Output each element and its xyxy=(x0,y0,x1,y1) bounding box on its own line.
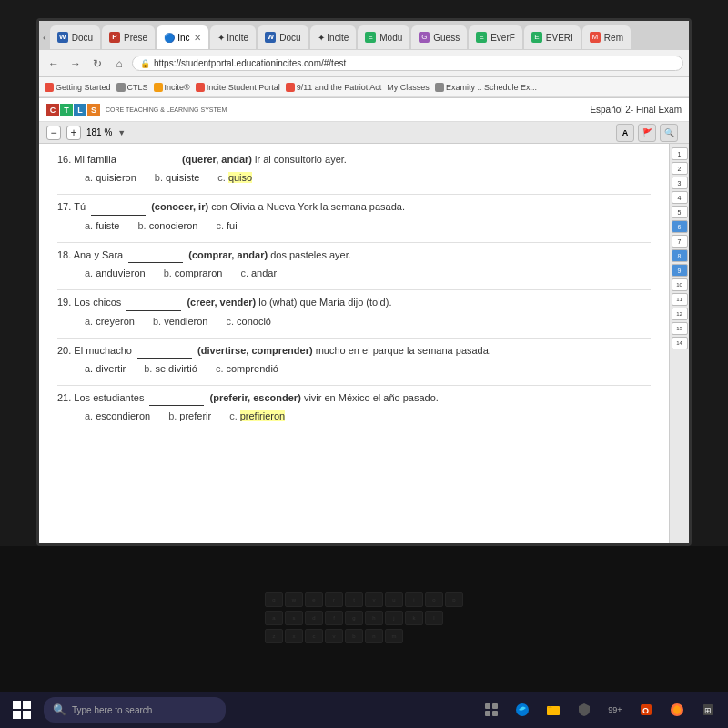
rp-item-6[interactable]: 6 xyxy=(672,220,688,233)
bookmark-ctls-icon xyxy=(116,83,126,92)
q16-option-b[interactable]: b. quisiste xyxy=(155,172,199,183)
q20-option-c[interactable]: c. comprendió xyxy=(216,363,278,374)
q18-prefix: Ana y Sara xyxy=(74,249,126,260)
q16-blank xyxy=(122,153,177,167)
rp-item-2[interactable]: 2 xyxy=(672,162,688,175)
zoom-dropdown-icon[interactable]: ▼ xyxy=(117,128,126,137)
tab-everi[interactable]: E EVERI xyxy=(524,25,581,49)
key-m: m xyxy=(385,629,403,643)
tab-pres[interactable]: P Prese xyxy=(102,25,155,49)
rp-item-10[interactable]: 10 xyxy=(672,278,688,291)
edge-icon[interactable] xyxy=(510,697,535,723)
rp-item-4[interactable]: 4 xyxy=(672,191,688,204)
address-text: https://studentportal.educationincites.c… xyxy=(154,58,346,68)
refresh-button[interactable]: ↻ xyxy=(88,55,106,73)
q18-option-b[interactable]: b. compraron xyxy=(164,268,223,278)
q20-option-b[interactable]: b. se divirtió xyxy=(144,363,197,374)
q20-prefix: El muchacho xyxy=(74,345,135,356)
q18-option-a[interactable]: a. anduvieron xyxy=(85,268,146,278)
rp-item-8[interactable]: 8 xyxy=(672,249,688,262)
question-16: 16. Mi familia (querer, andar) ir al con… xyxy=(57,153,651,183)
rp-item-9[interactable]: 9 xyxy=(672,264,688,277)
rp-item-13[interactable]: 13 xyxy=(672,322,688,335)
forward-button[interactable]: → xyxy=(66,55,85,73)
question-20-text: 20. El muchacho (divertirse, comprender)… xyxy=(57,344,651,359)
q17-text-a: fuiste xyxy=(96,220,119,231)
back-button[interactable]: ← xyxy=(45,55,63,73)
q18-label-b: b. xyxy=(164,268,172,278)
q19-option-b[interactable]: b. vendieron xyxy=(153,316,208,327)
bookmark-examity[interactable]: Examity :: Schedule Ex... xyxy=(435,83,537,92)
bookmark-classes[interactable]: My Classes xyxy=(387,83,430,92)
zoom-in-button[interactable]: + xyxy=(66,126,81,140)
battery-taskbar-icon: 99+ xyxy=(602,697,628,723)
zoom-out-button[interactable]: − xyxy=(46,126,61,140)
q19-option-a[interactable]: a. creyeron xyxy=(85,316,135,327)
tab-word2-icon: W xyxy=(265,32,276,43)
test-toolbar: A 🚩 🔍 xyxy=(612,122,682,144)
tab-everi-label: EVERI xyxy=(546,33,573,43)
search-btn[interactable]: 🔍 xyxy=(660,124,678,142)
tab-docu[interactable]: W Docu xyxy=(50,25,100,49)
tab-modu[interactable]: E Modu xyxy=(358,25,410,49)
home-button[interactable]: ⌂ xyxy=(110,55,128,73)
q18-number: 18. xyxy=(57,249,74,260)
shield-icon[interactable] xyxy=(571,697,597,723)
rp-item-12[interactable]: 12 xyxy=(672,308,688,320)
bookmark-incite[interactable]: Incite® xyxy=(154,83,190,92)
q18-blank xyxy=(128,248,183,263)
task-view-icon[interactable] xyxy=(479,697,504,723)
ctls-letter-c: C xyxy=(46,104,59,116)
tab-close-icon[interactable]: ✕ xyxy=(194,33,201,43)
taskbar-search-text: Type here to search xyxy=(72,705,152,715)
rp-item-7[interactable]: 7 xyxy=(672,235,688,248)
q18-option-c[interactable]: c. andar xyxy=(240,268,277,278)
q17-option-a[interactable]: a. fuiste xyxy=(85,220,119,231)
extra-icon[interactable]: ⊞ xyxy=(695,697,721,723)
q18-label-c: c. xyxy=(240,268,248,278)
q16-suffix: ir al consultorio ayer. xyxy=(255,154,347,165)
q19-number: 19. xyxy=(57,297,74,308)
firefox-icon[interactable] xyxy=(664,697,690,723)
ctls-letter-l: L xyxy=(74,104,86,116)
tab-everf[interactable]: E EverF xyxy=(469,25,522,49)
q21-option-a[interactable]: a. escondieron xyxy=(85,410,150,421)
rp-item-14[interactable]: 14 xyxy=(672,337,688,349)
tab-docu2[interactable]: W Docu xyxy=(258,25,308,49)
start-button[interactable] xyxy=(7,695,36,724)
tab-incite3[interactable]: ✦ Incite xyxy=(310,25,357,49)
q17-option-b[interactable]: b. conocieron xyxy=(137,220,197,231)
address-bar[interactable]: 🔒 https://studentportal.educationincites… xyxy=(132,56,683,71)
tab-inc-active[interactable]: 🔵 Inc ✕ xyxy=(157,25,207,49)
q16-option-a[interactable]: a. quisieron xyxy=(85,172,136,183)
office-icon[interactable]: O xyxy=(633,697,659,723)
rp-item-1[interactable]: 1 xyxy=(672,147,688,160)
file-explorer-icon[interactable] xyxy=(541,697,566,723)
q16-option-c[interactable]: c. quiso xyxy=(217,172,252,183)
nav-back-icon[interactable]: ‹ xyxy=(43,32,46,43)
q21-option-b[interactable]: b. preferir xyxy=(168,410,211,421)
tab-guess[interactable]: G Guess xyxy=(411,25,467,49)
rp-item-3[interactable]: 3 xyxy=(672,177,688,189)
battery-level: 99+ xyxy=(608,705,622,714)
q21-options: a. escondieron b. preferir c. prefiriero… xyxy=(85,410,651,421)
tab-everi-icon: E xyxy=(531,32,542,43)
exam-title: Español 2- Final Exam xyxy=(590,105,682,115)
font-size-btn[interactable]: A xyxy=(616,124,634,142)
rp-item-11[interactable]: 11 xyxy=(672,293,688,306)
bookmark-ctls[interactable]: CTLS xyxy=(116,83,148,92)
test-area[interactable]: 16. Mi familia (querer, andar) ir al con… xyxy=(39,144,669,546)
bookmark-student-portal[interactable]: Incite Student Portal xyxy=(196,83,280,92)
taskbar-search[interactable]: 🔍 Type here to search xyxy=(44,697,226,723)
bookmark-getting-started[interactable]: Getting Started xyxy=(45,83,111,92)
tab-rem[interactable]: M Rem xyxy=(582,25,631,49)
tab-incite2[interactable]: ✦ Incite xyxy=(210,25,257,49)
q19-option-c[interactable]: c. conoció xyxy=(227,316,271,327)
q21-option-c[interactable]: c. prefirieron xyxy=(229,410,285,421)
q20-option-a[interactable]: a. divertir xyxy=(85,363,126,374)
bookmark-911[interactable]: 9/11 and the Patriot Act xyxy=(286,83,382,92)
q21-label-b: b. xyxy=(168,410,177,421)
flag-btn[interactable]: 🚩 xyxy=(638,124,656,142)
q17-option-c[interactable]: c. fui xyxy=(217,220,238,231)
rp-item-5[interactable]: 5 xyxy=(672,206,688,218)
